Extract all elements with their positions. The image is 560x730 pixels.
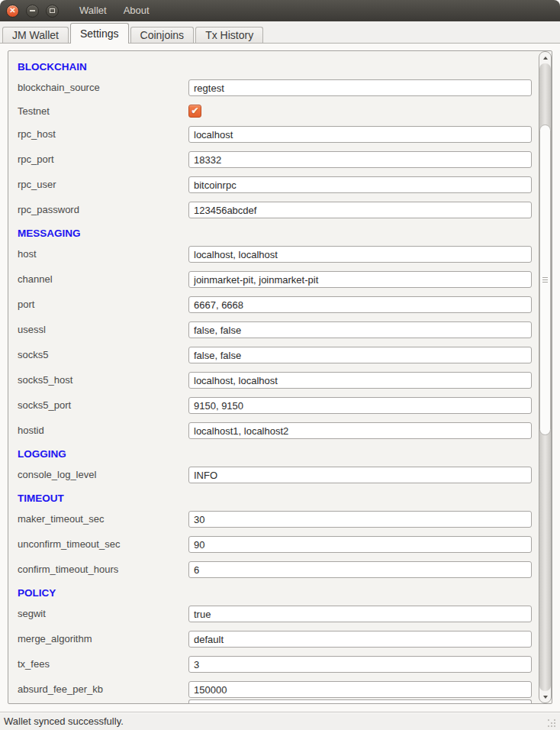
maximize-button[interactable] (46, 5, 59, 18)
field-row-console_log_level: console_log_level (18, 467, 538, 483)
input-rpc_port[interactable] (188, 151, 532, 168)
tab-jm-wallet[interactable]: JM Wallet (2, 27, 69, 43)
field-label-console_log_level: console_log_level (18, 467, 188, 483)
field-row-socks5: socks5 (18, 347, 538, 363)
field-label-maker_timeout_sec: maker_timeout_sec (18, 511, 188, 528)
tab-tx-history[interactable]: Tx History (195, 27, 263, 43)
field-label-port: port (18, 296, 188, 313)
input-console_log_level[interactable] (188, 467, 532, 483)
field-row-absurd_fee_per_kb: absurd_fee_per_kb (18, 681, 538, 698)
field-label-usessl: usessl (18, 321, 188, 338)
section-header-messaging: MESSAGING (18, 227, 538, 240)
field-row-unconfirm_timeout_sec: unconfirm_timeout_sec (18, 536, 538, 553)
arrow-up-icon (543, 57, 548, 60)
field-row-confirm_timeout_hours: confirm_timeout_hours (18, 561, 538, 578)
close-icon: ✕ (9, 7, 15, 15)
checkbox-testnet[interactable]: ✔ (188, 105, 201, 118)
checkmark-icon: ✔ (191, 106, 198, 115)
minimize-icon (30, 10, 35, 11)
field-label-rpc_host: rpc_host (18, 126, 188, 143)
input-absurd_fee_per_kb[interactable] (188, 681, 532, 698)
field-label-socks5_host: socks5_host (18, 372, 188, 389)
close-button[interactable]: ✕ (6, 5, 19, 18)
thumb-grip-icon (542, 277, 548, 283)
maximize-icon (50, 8, 55, 13)
field-label-rpc_user: rpc_user (18, 176, 188, 193)
field-label-socks5: socks5 (18, 347, 188, 363)
field-label-confirm_timeout_hours: confirm_timeout_hours (18, 561, 188, 578)
scrollbar-track[interactable] (539, 63, 551, 691)
field-label-segwit: segwit (18, 606, 188, 622)
field-label-unconfirm_timeout_sec: unconfirm_timeout_sec (18, 536, 188, 553)
settings-pane: BLOCKCHAINblockchain_sourceTestnet✔rpc_h… (0, 44, 560, 712)
field-label-hostid: hostid (18, 422, 188, 439)
field-row-socks5_port: socks5_port (18, 397, 538, 414)
menu-about[interactable]: About (124, 0, 150, 21)
field-label-rpc_password: rpc_password (18, 202, 188, 218)
scroll-down-button[interactable] (539, 691, 551, 703)
field-label-tx_fees: tx_fees (18, 656, 188, 673)
tab-settings[interactable]: Settings (70, 23, 129, 44)
field-row-port: port (18, 296, 538, 313)
status-bar: Wallet synced successfully. (0, 712, 560, 730)
input-host[interactable] (188, 246, 532, 263)
input-tx_fees[interactable] (188, 656, 532, 673)
status-message: Wallet synced successfully. (4, 715, 124, 727)
tab-bar: JM Wallet Settings Coinjoins Tx History (0, 21, 560, 44)
section-header-policy: POLICY (18, 586, 538, 599)
input-socks5_port[interactable] (188, 397, 532, 414)
field-label-testnet: Testnet (18, 105, 188, 118)
field-row-rpc_password: rpc_password (18, 202, 538, 218)
partial-input-sliver (188, 699, 532, 704)
input-hostid[interactable] (188, 422, 532, 439)
scrollbar-thumb[interactable] (539, 124, 551, 435)
settings-scroll-area: BLOCKCHAINblockchain_sourceTestnet✔rpc_h… (8, 50, 552, 704)
input-rpc_password[interactable] (188, 202, 532, 218)
field-label-socks5_port: socks5_port (18, 397, 188, 414)
field-row-segwit: segwit (18, 606, 538, 622)
field-label-merge_algorithm: merge_algorithm (18, 631, 188, 648)
input-maker_timeout_sec[interactable] (188, 511, 532, 528)
field-label-rpc_port: rpc_port (18, 151, 188, 168)
field-row-channel: channel (18, 271, 538, 288)
field-row-rpc_port: rpc_port (18, 151, 538, 168)
input-rpc_host[interactable] (188, 126, 532, 143)
field-row-maker_timeout_sec: maker_timeout_sec (18, 511, 538, 528)
field-label-channel: channel (18, 271, 188, 288)
input-merge_algorithm[interactable] (188, 631, 532, 648)
field-row-socks5_host: socks5_host (18, 372, 538, 389)
input-segwit[interactable] (188, 606, 532, 622)
settings-form: BLOCKCHAINblockchain_sourceTestnet✔rpc_h… (8, 51, 538, 703)
input-usessl[interactable] (188, 321, 532, 338)
menu-wallet[interactable]: Wallet (79, 0, 107, 21)
titlebar: ✕ Wallet About (0, 0, 560, 21)
input-socks5[interactable] (188, 347, 532, 363)
section-header-blockchain: BLOCKCHAIN (18, 60, 538, 73)
input-confirm_timeout_hours[interactable] (188, 561, 532, 578)
field-row-tx_fees: tx_fees (18, 656, 538, 673)
minimize-button[interactable] (26, 5, 39, 18)
field-row-rpc_user: rpc_user (18, 176, 538, 193)
field-row-testnet: Testnet✔ (18, 105, 538, 118)
tab-coinjoins[interactable]: Coinjoins (130, 27, 195, 43)
field-row-host: host (18, 246, 538, 263)
input-channel[interactable] (188, 271, 532, 288)
window-controls: ✕ (6, 5, 66, 18)
scroll-up-button[interactable] (539, 52, 551, 63)
field-label-blockchain_source: blockchain_source (18, 79, 188, 96)
input-rpc_user[interactable] (188, 176, 532, 193)
field-label-host: host (18, 246, 188, 263)
section-header-logging: LOGGING (18, 447, 538, 460)
arrow-down-icon (543, 696, 548, 699)
input-socks5_host[interactable] (188, 372, 532, 389)
input-port[interactable] (188, 296, 532, 313)
input-blockchain_source[interactable] (188, 79, 532, 96)
field-row-usessl: usessl (18, 321, 538, 338)
resize-grip-icon[interactable] (548, 719, 549, 721)
input-unconfirm_timeout_sec[interactable] (188, 536, 532, 553)
field-label-absurd_fee_per_kb: absurd_fee_per_kb (18, 681, 188, 698)
field-row-merge_algorithm: merge_algorithm (18, 631, 538, 648)
vertical-scrollbar[interactable] (539, 51, 552, 703)
field-row-hostid: hostid (18, 422, 538, 439)
field-row-rpc_host: rpc_host (18, 126, 538, 143)
